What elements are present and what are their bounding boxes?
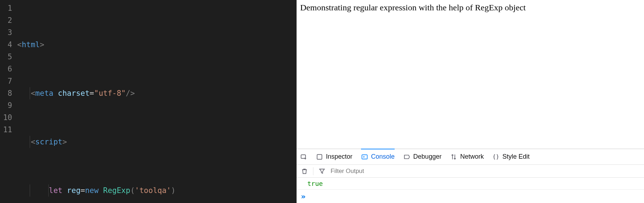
line-number: 9: [0, 99, 12, 112]
tab-console[interactable]: Console: [361, 149, 395, 164]
code-line[interactable]: <html>: [17, 39, 296, 51]
line-number: 11: [0, 124, 12, 136]
tab-label: Network: [460, 153, 484, 160]
svg-rect-1: [317, 154, 322, 159]
console-prompt[interactable]: »: [297, 190, 644, 203]
devtools-panel: Inspector Console Debugger: [297, 149, 644, 203]
tab-inspector[interactable]: Inspector: [316, 149, 352, 164]
line-number: 10: [0, 112, 12, 124]
tab-label: Style Edit: [502, 153, 530, 160]
style-editor-icon: [492, 153, 499, 160]
page-viewport[interactable]: Demonstrating regular expression with th…: [297, 0, 644, 149]
browser-pane: Demonstrating regular expression with th…: [296, 0, 644, 203]
tab-label: Inspector: [326, 153, 352, 160]
code-line[interactable]: <meta charset="utf-8"/>: [17, 87, 296, 99]
page-body-text: Demonstrating regular expression with th…: [300, 3, 526, 12]
tab-label: Debugger: [413, 153, 441, 160]
line-number: 2: [0, 14, 12, 26]
code-line[interactable]: let reg=new RegExp('toolqa'): [17, 184, 296, 197]
tab-style-editor[interactable]: Style Edit: [492, 149, 530, 164]
prompt-chevron-icon: »: [301, 192, 306, 201]
code-editor[interactable]: 1 2 3 4 5 6 7 8 9 10 11 <html> <meta cha…: [0, 0, 296, 203]
line-number: 7: [0, 75, 12, 87]
line-number-gutter: 1 2 3 4 5 6 7 8 9 10 11: [0, 2, 17, 203]
line-number: 5: [0, 51, 12, 63]
line-number: 1: [0, 2, 12, 14]
debugger-icon: [403, 153, 410, 160]
devtools-tabstrip: Inspector Console Debugger: [297, 149, 644, 165]
code-line[interactable]: <script>: [17, 136, 296, 148]
inspector-icon: [316, 153, 323, 160]
trash-icon[interactable]: [301, 168, 308, 175]
tab-debugger[interactable]: Debugger: [403, 149, 441, 164]
separator: [313, 167, 313, 175]
filter-output-input[interactable]: [331, 168, 438, 175]
network-icon: [450, 153, 457, 160]
line-number: 4: [0, 39, 12, 51]
line-number: 3: [0, 26, 12, 39]
console-toolbar: [297, 165, 644, 178]
console-output-row[interactable]: true: [297, 178, 644, 190]
console-log-value: true: [307, 180, 323, 187]
line-number: 6: [0, 63, 12, 75]
code-area[interactable]: <html> <meta charset="utf-8"/> <script> …: [17, 2, 296, 203]
tab-network[interactable]: Network: [450, 149, 484, 164]
tab-label: Console: [371, 153, 395, 160]
console-icon: [361, 153, 368, 160]
element-picker-icon[interactable]: [300, 153, 307, 160]
line-number: 8: [0, 87, 12, 99]
filter-icon[interactable]: [318, 168, 326, 175]
